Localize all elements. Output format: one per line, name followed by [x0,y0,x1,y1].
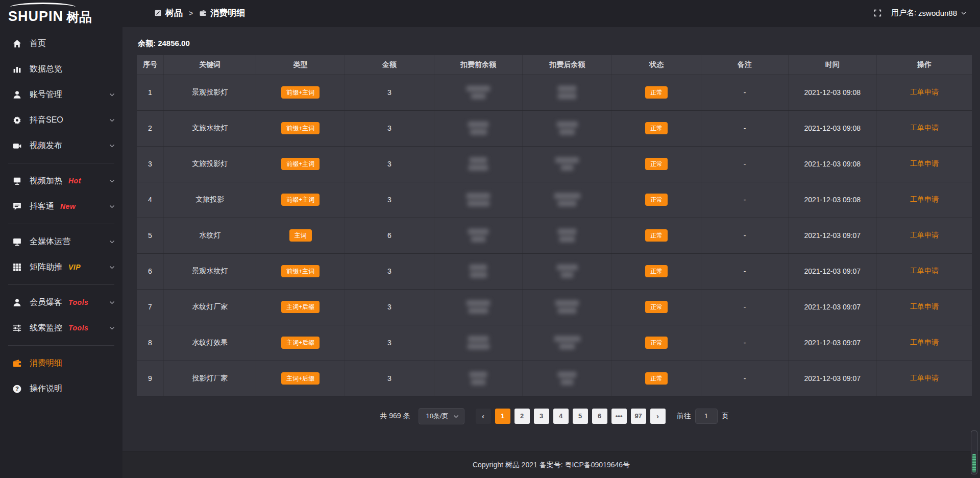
cell-no: 1 [137,75,163,110]
sidebar-item-video-heating[interactable]: 视频加热Hot [0,168,122,194]
sidebar-item-tag: Hot [68,177,81,185]
user-menu[interactable]: 用户名: zswodun88 [891,8,967,18]
sidebar-item-matrix-boost[interactable]: 矩阵助推VIP [0,254,122,280]
cell-keyword: 文旅投影 [163,182,256,218]
breadcrumb-item-shupin[interactable]: 树品 [154,7,183,19]
redacted-balance [468,228,488,243]
table-row: 3文旅投影灯前缀+主词3正常-2021-12-03 09:08工单申请 [137,146,972,182]
table-row: 5水纹灯主词6正常-2021-12-03 09:07工单申请 [137,218,972,253]
cell-pre-balance [434,325,522,361]
monitor-icon [12,237,22,247]
cell-pre-balance [434,182,522,218]
status-badge: 正常 [645,337,668,349]
grid-icon [12,262,22,272]
page-button-3[interactable]: 3 [534,409,549,424]
breadcrumb-item-consumption-details[interactable]: 消费明细 [199,7,245,19]
sidebar-item-home[interactable]: 首页 [0,31,122,56]
sidebar: SHUPIN 树品 首页数据总览账号管理抖音SEO视频发布视频加热Hot抖客通N… [0,0,122,478]
sidebar-divider [8,224,114,224]
user-icon [12,298,22,307]
page-button-6[interactable]: 6 [592,409,607,424]
status-badge: 正常 [645,194,668,206]
cell-type: 主词+后缀 [256,325,345,361]
cell-amount: 3 [345,182,434,218]
chevron-down-icon [109,142,115,149]
prev-page-button[interactable]: ‹ [476,409,491,424]
status-badge: 正常 [645,122,668,134]
logo-text-cn: 树品 [66,11,92,23]
work-order-link[interactable]: 工单申请 [910,88,939,96]
cell-no: 4 [137,182,163,218]
redacted-balance [555,299,579,315]
page-button-5[interactable]: 5 [573,409,588,424]
sidebar-item-member-burst[interactable]: 会员爆客Tools [0,290,122,315]
work-order-link[interactable]: 工单申请 [910,159,939,168]
sidebar-item-data-overview[interactable]: 数据总览 [0,56,122,82]
cell-keyword: 文旅投影灯 [163,146,256,182]
work-order-link[interactable]: 工单申请 [910,302,939,310]
jump-label: 前往 [677,412,691,421]
cell-pre-balance [434,75,522,110]
column-header: 备注 [701,55,788,75]
cell-post-balance [523,110,612,146]
cell-status: 正常 [612,361,701,396]
chevron-down-icon [109,91,115,98]
cell-type: 前缀+主词 [256,182,345,218]
work-order-link[interactable]: 工单申请 [910,195,939,203]
status-badge: 正常 [645,229,668,242]
column-header: 序号 [137,55,163,75]
cell-no: 5 [137,218,163,253]
redacted-balance [558,371,576,386]
scrollbar-widget[interactable] [971,431,977,474]
sidebar-item-douketong[interactable]: 抖客通New [0,194,122,219]
page-button-4[interactable]: 4 [553,409,569,424]
work-order-link[interactable]: 工单申请 [910,231,939,239]
cell-status: 正常 [612,182,701,218]
redacted-balance [470,264,487,279]
sidebar-item-video-publish[interactable]: 视频发布 [0,133,122,158]
sidebar-item-label: 首页 [30,38,46,49]
sidebar-item-operation-guide[interactable]: ?操作说明 [0,376,122,401]
sidebar-item-label: 全媒体运营 [30,236,70,247]
cell-time: 2021-12-03 09:08 [788,182,876,218]
jump-suffix: 页 [722,412,729,421]
sidebar-item-tag: Tools [68,298,88,306]
jump-page-input[interactable] [695,409,718,424]
sidebar-item-label: 抖客通 [30,201,54,212]
sidebar-divider [8,345,114,346]
cell-post-balance [523,325,612,361]
cell-keyword: 水纹灯效果 [163,325,256,361]
question-circle-icon: ? [12,384,22,394]
sidebar-item-account-management[interactable]: 账号管理 [0,82,122,107]
work-order-link[interactable]: 工单申请 [910,124,939,132]
sidebar-item-all-media-operation[interactable]: 全媒体运营 [0,229,122,254]
cell-no: 2 [137,110,163,146]
sidebar-item-lead-monitoring[interactable]: 线索监控Tools [0,315,122,341]
table-row: 1景观投影灯前缀+主词3正常-2021-12-03 09:08工单申请 [137,75,972,110]
fullscreen-icon[interactable] [873,9,882,17]
work-order-link[interactable]: 工单申请 [910,267,939,275]
column-header: 金额 [345,55,434,75]
page-size-select[interactable]: 10条/页 [419,408,464,424]
sliders-icon [12,323,22,333]
pagination: 共 969 条 10条/页 ‹ 123456•••97 › 前往 页 [137,408,972,424]
type-badge: 前缀+主词 [281,86,320,99]
work-order-link[interactable]: 工单申请 [910,374,939,382]
redacted-balance [467,192,490,207]
type-badge: 主词+后缀 [281,337,320,349]
cell-type: 主词 [256,218,345,253]
next-page-button[interactable]: › [650,409,666,424]
scrollbar-thumb[interactable] [972,454,976,472]
table-row: 6景观水纹灯前缀+主词3正常-2021-12-03 09:07工单申请 [137,253,972,289]
work-order-link[interactable]: 工单申请 [910,338,939,346]
sidebar-item-consumption-details[interactable]: 消费明细 [0,350,122,376]
sidebar-menu: 首页数据总览账号管理抖音SEO视频发布视频加热Hot抖客通New全媒体运营矩阵助… [0,27,122,401]
page-button-97[interactable]: 97 [631,409,646,424]
page-button-1[interactable]: 1 [495,409,510,424]
page-button-2[interactable]: 2 [514,409,530,424]
sidebar-item-douyin-seo[interactable]: 抖音SEO [0,107,122,133]
logo-text-en: SHUPIN [8,10,63,23]
cell-action: 工单申请 [876,218,972,253]
cell-action: 工单申请 [876,75,972,110]
more-pages-button[interactable]: ••• [611,409,627,424]
